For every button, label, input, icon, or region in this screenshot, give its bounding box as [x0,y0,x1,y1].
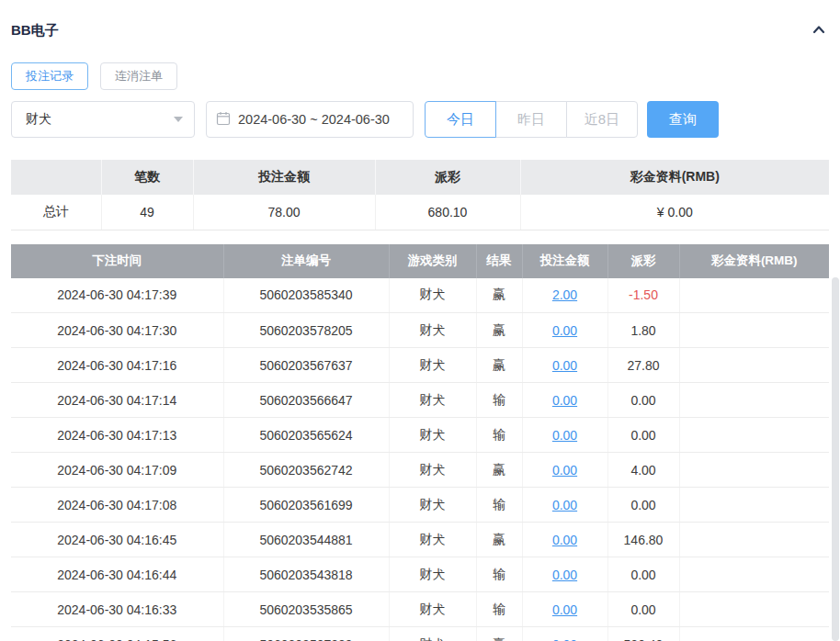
bet-amount-link[interactable]: 0.00 [552,463,577,478]
bet-amount-cell: 0.00 [522,383,607,418]
payout-value: -1.50 [629,287,658,302]
game-type-cell: 财犬 [389,488,476,523]
bet-amount-link[interactable]: 0.00 [552,568,577,582]
table-row: 2024-06-30 04:16:44 5060203543818 财犬 输 0… [11,557,829,592]
game-type-cell: 财犬 [389,418,476,453]
summary-total-bonus: ¥ 0.00 [520,195,829,230]
result-cell: 赢 [476,278,522,313]
header-bet-amount: 投注金额 [522,244,607,278]
order-id-cell: 5060203567637 [223,348,389,383]
bet-time-cell: 2024-06-30 04:17:30 [11,313,223,348]
header-order-id: 注单编号 [223,244,389,278]
bet-amount-cell: 0.00 [522,627,607,641]
order-id-cell: 5060203507289 [223,627,389,641]
bet-time-cell: 2024-06-30 04:17:08 [11,488,223,523]
quick-button-today[interactable]: 今日 [425,101,496,138]
date-range-value: 2024-06-30 ~ 2024-06-30 [238,112,390,127]
table-row: 2024-06-30 04:15:56 5060203507289 财犬 赢 0… [11,627,829,641]
table-row: 2024-06-30 04:16:33 5060203535865 财犬 输 0… [11,592,829,627]
table-row: 2024-06-30 04:16:45 5060203544881 财犬 赢 0… [11,523,829,557]
bet-time-cell: 2024-06-30 04:15:56 [11,627,223,641]
bonus-cell [679,383,829,418]
bet-amount-link[interactable]: 2.00 [552,287,577,302]
summary-total-label: 总计 [11,195,101,230]
tab-chain-cancel[interactable]: 连消注单 [100,62,177,90]
header-bet-time: 下注时间 [11,244,223,278]
bet-time-cell: 2024-06-30 04:17:09 [11,453,223,488]
tab-bar: 投注记录 连消注单 [11,62,829,90]
bonus-cell [679,348,829,383]
scrollbar-thumb[interactable] [832,277,839,641]
bet-amount-link[interactable]: 0.00 [552,393,577,408]
order-id-cell: 5060203578205 [223,313,389,348]
collapse-button[interactable] [809,20,829,40]
table-row: 2024-06-30 04:17:39 5060203585340 财犬 赢 2… [11,278,829,313]
bonus-cell [679,313,829,348]
bet-table-header-row: 下注时间 注单编号 游戏类别 结果 投注金额 派彩 彩金资料(RMB) [11,244,829,278]
bet-amount-link[interactable]: 0.00 [552,358,577,373]
bonus-cell [679,488,829,523]
bet-amount-link[interactable]: 0.00 [552,498,577,512]
bet-amount-cell: 0.00 [522,488,607,523]
payout-cell: 4.00 [607,453,679,488]
payout-cell: 146.80 [607,523,679,557]
game-type-cell: 财犬 [389,383,476,418]
bet-amount-cell: 0.00 [522,313,607,348]
summary-total-count: 49 [101,195,193,230]
payout-value: 0.00 [630,602,655,617]
result-cell: 输 [476,383,522,418]
summary-header-bonus: 彩金资料(RMB) [520,160,829,195]
payout-value: 0.00 [630,568,655,582]
search-button[interactable]: 查询 [647,101,719,138]
payout-value: 1.80 [630,323,655,338]
table-row: 2024-06-30 04:17:16 5060203567637 财犬 赢 0… [11,348,829,383]
bet-amount-link[interactable]: 0.00 [552,637,577,641]
bet-time-cell: 2024-06-30 04:16:44 [11,557,223,592]
game-type-cell: 财犬 [389,278,476,313]
bet-amount-link[interactable]: 0.00 [552,323,577,338]
game-type-cell: 财犬 [389,592,476,627]
tab-bet-records[interactable]: 投注记录 [11,62,88,90]
result-cell: 输 [476,488,522,523]
header-result: 结果 [476,244,522,278]
payout-value: 520.40 [624,637,664,641]
header-game-type: 游戏类别 [389,244,476,278]
order-id-cell: 5060203544881 [223,523,389,557]
bet-amount-link[interactable]: 0.00 [552,428,577,443]
bonus-cell [679,592,829,627]
bet-amount-cell: 0.00 [522,453,607,488]
bet-amount-cell: 0.00 [522,592,607,627]
bonus-cell [679,278,829,313]
summary-header-empty [11,160,101,195]
table-row: 2024-06-30 04:17:08 5060203561699 财犬 输 0… [11,488,829,523]
bet-amount-cell: 2.00 [522,278,607,313]
chevron-up-icon [810,20,828,41]
payout-value: 0.00 [630,428,655,443]
bet-time-cell: 2024-06-30 04:17:39 [11,278,223,313]
table-row: 2024-06-30 04:17:14 5060203566647 财犬 输 0… [11,383,829,418]
summary-total-row: 总计 49 78.00 680.10 ¥ 0.00 [11,195,829,230]
payout-cell: 520.40 [607,627,679,641]
date-range-input[interactable]: 2024-06-30 ~ 2024-06-30 [206,101,414,138]
payout-cell: 27.80 [607,348,679,383]
game-select[interactable]: 财犬 [11,101,195,138]
bonus-cell [679,418,829,453]
bonus-cell [679,627,829,641]
table-row: 2024-06-30 04:17:13 5060203565624 财犬 输 0… [11,418,829,453]
page-title: BB电子 [11,22,59,39]
order-id-cell: 5060203565624 [223,418,389,453]
payout-value: 27.80 [627,358,659,373]
order-id-cell: 5060203561699 [223,488,389,523]
game-select-value: 财犬 [26,111,51,128]
result-cell: 赢 [476,627,522,641]
table-row: 2024-06-30 04:17:30 5060203578205 财犬 赢 0… [11,313,829,348]
bet-amount-link[interactable]: 0.00 [552,602,577,617]
result-cell: 赢 [476,523,522,557]
quick-date-button-group: 今日 昨日 近8日 [425,101,638,138]
bet-amount-cell: 0.00 [522,523,607,557]
game-type-cell: 财犬 [389,348,476,383]
quick-button-last8days[interactable]: 近8日 [566,101,638,138]
payout-cell: 0.00 [607,488,679,523]
quick-button-yesterday[interactable]: 昨日 [495,101,567,138]
bet-amount-link[interactable]: 0.00 [552,533,577,547]
